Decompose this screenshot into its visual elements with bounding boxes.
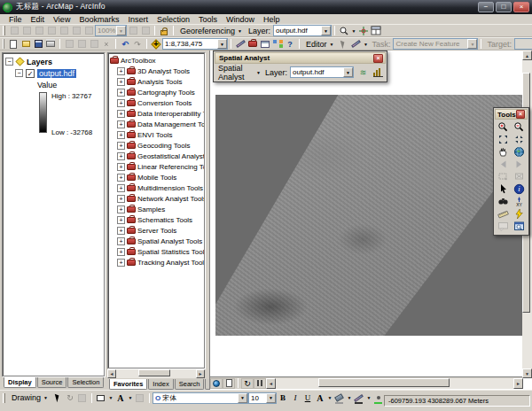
fixed-zoom-in-tool[interactable] (496, 134, 511, 145)
line-color-button[interactable] (353, 392, 365, 404)
expand-icon[interactable]: + (117, 248, 125, 256)
measure-tool[interactable] (496, 208, 511, 220)
magnifier-window-tool[interactable] (512, 221, 527, 232)
menu-item-view[interactable]: View (49, 15, 74, 24)
expand-icon[interactable]: + (117, 216, 125, 224)
combo-arrow-icon[interactable]: ▼ (467, 39, 477, 49)
toolbox-item[interactable]: +Data Management Tools (117, 119, 204, 129)
collapse-icon[interactable]: − (5, 58, 13, 66)
font-family-combo[interactable]: O 宋体 ▼ (153, 392, 248, 404)
zoom-out-tool[interactable] (512, 121, 527, 133)
georeferencing-menu-button[interactable]: Georeferencing▼ (176, 25, 246, 36)
line-color-dropdown-icon[interactable]: ▼ (365, 392, 372, 404)
go-forward-extent-tool[interactable] (512, 159, 527, 170)
editor-menu-button[interactable]: Editor▼ (302, 38, 337, 50)
scroll-right-icon[interactable]: ► (196, 369, 205, 378)
fixed-zoom-out-tool[interactable] (512, 134, 527, 145)
map-scale-combo[interactable]: 1:8,738,475 ▼ (162, 38, 228, 50)
new-map-icon[interactable] (7, 38, 20, 50)
font-color-button[interactable]: A (314, 392, 326, 404)
fixed-zoom-icon[interactable] (82, 25, 95, 36)
menu-item-selection[interactable]: Selection (153, 15, 194, 24)
toolbox-item[interactable]: +Schematics Tools (117, 214, 204, 225)
toc-root-row[interactable]: − Layers (5, 56, 104, 67)
expand-icon[interactable]: + (117, 174, 125, 182)
underline-button[interactable]: U (301, 392, 314, 404)
expand-icon[interactable]: + (117, 110, 125, 118)
expand-icon[interactable]: + (117, 195, 125, 203)
combo-arrow-icon[interactable]: ▼ (217, 39, 227, 49)
layer-visibility-checkbox[interactable]: ✓ (26, 69, 35, 78)
toolbox-item[interactable]: +Server Tools (117, 225, 204, 236)
marker-color-button[interactable] (372, 392, 385, 404)
scroll-down-icon[interactable]: ▼ (522, 368, 532, 378)
add-data-icon[interactable]: + (150, 38, 162, 50)
zoom-percent-combo[interactable]: 100% ▼ (95, 25, 127, 36)
task-combo[interactable]: Create New Feature ▼ (393, 38, 478, 50)
expand-icon[interactable]: + (117, 184, 125, 192)
identify-tool[interactable]: i (512, 183, 527, 195)
sketch-tool-icon[interactable] (349, 38, 362, 50)
save-icon[interactable] (32, 38, 44, 50)
paste-icon[interactable] (88, 38, 100, 50)
expand-icon[interactable]: + (117, 206, 125, 213)
lock-icon[interactable] (158, 25, 170, 36)
arctoolbox-window-icon[interactable] (246, 38, 259, 50)
expand-icon[interactable]: + (117, 237, 125, 245)
toolbox-item[interactable]: +Analysis Tools (117, 76, 204, 87)
clear-selection-tool[interactable] (512, 171, 527, 182)
toolbar-grip[interactable] (3, 39, 4, 49)
select-elements-button[interactable] (51, 392, 64, 404)
expand-icon[interactable]: + (117, 120, 125, 128)
refresh-view-button[interactable]: ↻ (241, 378, 254, 389)
expand-icon[interactable]: + (117, 78, 125, 86)
menu-item-edit[interactable]: Edit (27, 15, 50, 24)
combo-arrow-icon[interactable]: ▼ (343, 67, 353, 77)
toc-layer-name[interactable]: output.hdf (37, 69, 76, 78)
maximize-button[interactable]: □ (496, 2, 512, 12)
tab-search[interactable]: Search (175, 379, 205, 390)
toolbox-item[interactable]: +Conversion Tools (117, 97, 204, 108)
delete-icon[interactable]: × (100, 38, 113, 50)
tab-favorites[interactable]: Favorites (109, 379, 147, 390)
tab-index[interactable]: Index (148, 379, 173, 390)
expand-icon[interactable]: + (117, 163, 125, 171)
zoom-whole-page-icon[interactable] (58, 25, 70, 36)
editor-toolbar-icon[interactable] (234, 38, 246, 50)
menu-item-help[interactable]: Help (259, 15, 285, 24)
close-icon[interactable]: × (516, 110, 525, 119)
cut-icon[interactable] (63, 38, 75, 50)
toolbox-item[interactable]: +Spatial Analyst Tools (117, 236, 204, 246)
tab-source[interactable]: Source (37, 377, 67, 388)
data-view-button[interactable] (210, 378, 223, 389)
text-tool-button[interactable]: A (114, 392, 127, 404)
font-size-combo[interactable]: 10 ▼ (248, 392, 277, 404)
combo-arrow-icon[interactable]: ▼ (116, 26, 126, 35)
collapse-icon[interactable]: − (15, 69, 23, 77)
arctoolbox-root-row[interactable]: ArcToolbox (110, 55, 204, 66)
toolbox-item[interactable]: +ENVI Tools (117, 129, 204, 140)
edit-arrow-icon[interactable] (337, 38, 349, 50)
spatial-analyst-menu-button[interactable]: Spatial Analyst▼ (216, 66, 262, 78)
find-tool[interactable] (496, 196, 511, 207)
toolbar-grip[interactable] (3, 26, 5, 35)
target-combo[interactable]: ▼ (514, 38, 532, 50)
viewer-dropdown-icon[interactable]: ▼ (350, 25, 357, 36)
scroll-left-icon[interactable]: ◄ (107, 369, 116, 378)
tools-titlebar[interactable]: Tools × (495, 109, 528, 120)
sketch-dropdown-icon[interactable]: ▼ (362, 38, 369, 50)
layout-view-button[interactable] (223, 378, 235, 389)
tab-display[interactable]: Display (4, 377, 36, 388)
drawing-menu-button[interactable]: Drawing▼ (8, 392, 51, 404)
zoom-out-page-icon[interactable] (45, 25, 58, 36)
expand-icon[interactable]: + (117, 259, 125, 267)
expand-icon[interactable]: + (117, 142, 125, 150)
arctoolbox-root-label[interactable]: ArcToolbox (121, 57, 156, 65)
select-elements-tool[interactable] (496, 183, 511, 195)
shift-tool-icon[interactable] (20, 25, 33, 36)
scroll-left-icon[interactable]: ◄ (266, 378, 276, 389)
expand-icon[interactable]: + (117, 99, 125, 107)
font-color-dropdown-icon[interactable]: ▼ (326, 392, 333, 404)
expand-icon[interactable]: + (117, 89, 125, 97)
spatial-analyst-window[interactable]: Spatial Analyst × Spatial Analyst▼ Layer… (213, 50, 387, 82)
